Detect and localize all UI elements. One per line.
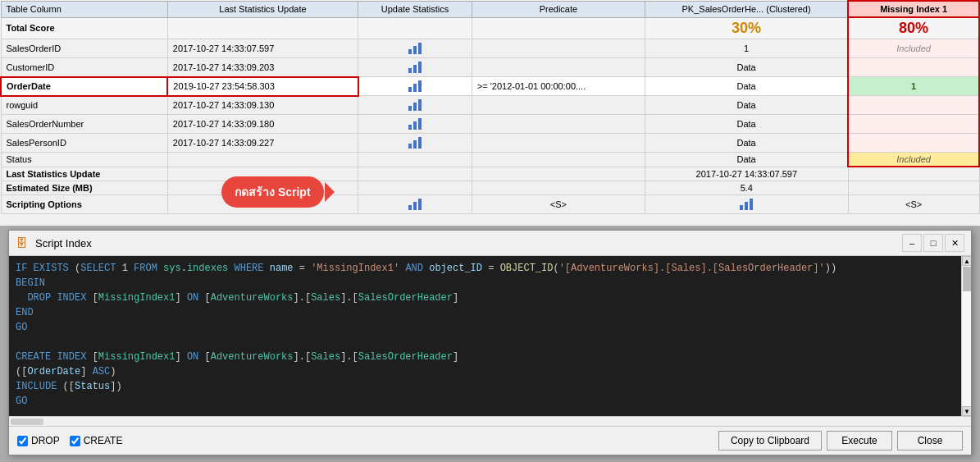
bar-icon <box>408 79 422 92</box>
scripting-bar1[interactable] <box>358 194 472 213</box>
footer-last-stats-bar <box>358 167 472 181</box>
table-row-scripting: Scripting Options <S> <S> <box>1 194 979 213</box>
total-score-empty1 <box>167 17 358 39</box>
stats-bar-orderdate[interactable] <box>358 77 472 96</box>
stats-date-orderdate: 2019-10-27 23:54:58.303 <box>167 77 358 96</box>
callout-bubble: กดสร้าง Script <box>221 176 324 208</box>
col-salespersonid: SalesPersonID <box>1 134 167 153</box>
col-header-table: Table Column <box>1 1 167 17</box>
stats-bar-salesordernumber[interactable] <box>358 115 472 134</box>
predicate-salespersonid <box>472 134 645 153</box>
predicate-status <box>472 153 645 167</box>
predicate-customerid <box>472 58 645 77</box>
table-row-status: Status Data Included <box>1 153 979 167</box>
close-icon-button[interactable]: ✕ <box>945 234 964 252</box>
missing-orderdate: 1 <box>848 77 979 96</box>
table-row: SalesPersonID 2017-10-27 14:33:09.227 Da… <box>1 134 979 153</box>
pk-salespersonid: Data <box>645 134 848 153</box>
window-title: Script Index <box>35 237 897 249</box>
col-header-missing: Missing Index 1 <box>848 1 979 17</box>
total-score-empty3 <box>472 17 645 39</box>
code-line-3: DROP INDEX [MissingIndex1] ON [Adventure… <box>16 290 955 305</box>
close-button[interactable]: Close <box>897 431 963 451</box>
missing-salespersonid <box>848 134 979 153</box>
code-container: IF EXISTS (SELECT 1 FROM sys.indexes WHE… <box>9 256 971 416</box>
code-line-2: BEGIN <box>16 276 955 290</box>
predicate-salesorderid <box>472 39 645 58</box>
bar-icon <box>408 41 422 54</box>
code-line-8: ([OrderDate] ASC) <box>16 364 955 379</box>
table-row-estimated: Estimated Size (MB) 5.4 <box>1 181 979 194</box>
stats-bar-salespersonid[interactable] <box>358 134 472 153</box>
stats-date-salespersonid: 2017-10-27 14:33:09.227 <box>167 134 358 153</box>
code-line-4: END <box>16 305 955 320</box>
bar-icon <box>408 197 422 210</box>
h-scroll-thumb[interactable] <box>11 419 43 425</box>
minimize-button[interactable]: – <box>902 234 922 252</box>
pk-rowguid: Data <box>645 96 848 115</box>
predicate-orderdate: >= '2012-01-01 00:00:00.... <box>472 77 645 96</box>
table-row: rowguid 2017-10-27 14:33:09.130 Data <box>1 96 979 115</box>
total-score-empty2 <box>358 17 472 39</box>
stats-date-salesorderid: 2017-10-27 14:33:07.597 <box>167 39 358 58</box>
window-controls: – □ ✕ <box>902 234 964 252</box>
script-index-window: 🗄 Script Index – □ ✕ IF EXISTS (SELECT 1… <box>8 230 972 455</box>
code-line-1: IF EXISTS (SELECT 1 FROM sys.indexes WHE… <box>16 261 955 276</box>
col-status: Status <box>1 153 167 167</box>
footer-last-stats-empty2 <box>472 167 645 181</box>
code-line-5: GO <box>16 320 955 335</box>
scripting-bar2[interactable] <box>645 194 848 213</box>
footer-estimated-empty2 <box>472 181 645 194</box>
stats-date-salesordernumber: 2017-10-27 14:33:09.180 <box>167 115 358 134</box>
maximize-button[interactable]: □ <box>923 234 943 252</box>
missing-score: 80% <box>848 17 979 39</box>
drop-checkbox[interactable] <box>17 436 28 446</box>
create-checkbox-item: CREATE <box>70 435 123 446</box>
stats-bar-rowguid[interactable] <box>358 96 472 115</box>
col-customerid: CustomerID <box>1 58 167 77</box>
total-score-label: Total Score <box>1 17 167 39</box>
stats-bar-customerid[interactable] <box>358 58 472 77</box>
top-panel: Table Column Last Statistics Update Upda… <box>0 0 980 226</box>
footer-last-stats-value: 2017-10-27 14:33:07.597 <box>645 167 848 181</box>
footer-last-stats-label: Last Statistics Update <box>1 167 167 181</box>
scroll-down-button[interactable]: ▼ <box>962 406 971 416</box>
stats-bar-status <box>358 153 472 167</box>
stats-bar-salesorderid[interactable] <box>358 39 472 58</box>
col-header-pk: PK_SalesOrderHe... (Clustered) <box>645 1 848 17</box>
predicate-rowguid <box>472 96 645 115</box>
drop-label: DROP <box>31 435 60 446</box>
copy-clipboard-button[interactable]: Copy to Clipboard <box>718 431 822 451</box>
horizontal-scrollbar[interactable] <box>9 416 971 426</box>
scroll-thumb[interactable] <box>963 267 971 291</box>
pk-salesorderid: 1 <box>645 39 848 58</box>
missing-salesordernumber <box>848 115 979 134</box>
create-checkbox[interactable] <box>70 436 80 446</box>
vertical-scrollbar[interactable]: ▲ ▼ <box>961 256 971 416</box>
footer-estimated-bar <box>358 181 472 194</box>
col-header-last-stats: Last Statistics Update <box>167 1 358 17</box>
col-header-predicate: Predicate <box>472 1 645 17</box>
code-line-7: CREATE INDEX [MissingIndex1] ON [Adventu… <box>16 350 955 364</box>
table-row-last-stats: Last Statistics Update 2017-10-27 14:33:… <box>1 167 979 181</box>
bar-icon <box>408 117 422 130</box>
statistics-table: Table Column Last Statistics Update Upda… <box>0 0 980 214</box>
pk-score: 30% <box>645 17 848 39</box>
code-editor[interactable]: IF EXISTS (SELECT 1 FROM sys.indexes WHE… <box>9 256 961 416</box>
execute-button[interactable]: Execute <box>827 431 892 451</box>
drop-checkbox-item: DROP <box>17 435 60 446</box>
scripting-s1: <S> <box>472 194 645 213</box>
code-line-10: GO <box>16 394 955 409</box>
col-salesorderid: SalesOrderID <box>1 39 167 58</box>
pk-salesordernumber: Data <box>645 115 848 134</box>
footer-estimated-missing <box>848 181 979 194</box>
bar-icon <box>408 135 422 149</box>
scroll-up-button[interactable]: ▲ <box>962 256 971 266</box>
stats-date-rowguid: 2017-10-27 14:33:09.130 <box>167 96 358 115</box>
col-header-update-stats: Update Statistics <box>358 1 472 17</box>
pk-orderdate: Data <box>645 77 848 96</box>
predicate-salesordernumber <box>472 115 645 134</box>
scroll-track[interactable] <box>962 266 971 406</box>
create-label: CREATE <box>84 435 123 446</box>
window-footer: DROP CREATE Copy to Clipboard Execute Cl… <box>9 426 971 455</box>
